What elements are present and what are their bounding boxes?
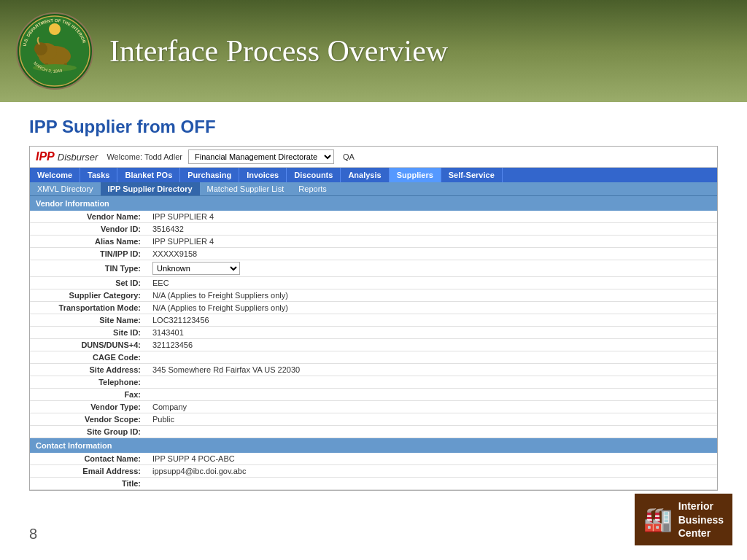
field-label-vendor-scope: Vendor Scope:: [30, 413, 147, 426]
field-label-site-name: Site Name:: [30, 314, 147, 327]
nav-invoices[interactable]: Invoices: [239, 168, 287, 182]
field-value-site-name: LOC321123456: [147, 314, 717, 327]
field-label-cage-code: CAGE Code:: [30, 351, 147, 364]
ibc-text: Interior Business Center: [678, 499, 724, 540]
field-label-site-address: Site Address:: [30, 364, 147, 376]
field-value-contact-name: IPP SUPP 4 POC-ABC: [147, 453, 717, 465]
field-value-tin-ipp-id: XXXXX9158: [147, 248, 717, 260]
ibc-logo: 🏭 Interior Business Center: [635, 494, 732, 545]
field-label-vendor-id: Vendor ID:: [30, 223, 147, 236]
subnav-xmvl[interactable]: XMVL Directory: [30, 182, 101, 195]
field-label-set-id: Set ID:: [30, 277, 147, 289]
field-label-fax: Fax:: [30, 389, 147, 401]
field-label-tin-type: TIN Type:: [30, 260, 147, 277]
directorate-dropdown[interactable]: Financial Management Directorate: [188, 149, 334, 164]
field-value-duns: 321123456: [147, 339, 717, 351]
field-label-tin-ipp-id: TIN/IPP ID:: [30, 248, 147, 260]
field-label-vendor-type: Vendor Type:: [30, 401, 147, 413]
nav-tasks[interactable]: Tasks: [80, 168, 117, 182]
field-value-telephone: [147, 376, 717, 389]
contact-section-header: Contact Information: [30, 438, 717, 453]
ipp-logo-ipp: IPP: [36, 150, 55, 163]
ipp-logo: IPP Disburser: [36, 150, 98, 163]
field-value-vendor-id: 3516432: [147, 223, 717, 236]
table-row: Supplier Category: N/A (Applies to Freig…: [30, 289, 717, 302]
department-seal: U.S. DEPARTMENT OF THE INTERIOR MARCH 3,…: [15, 11, 95, 91]
welcome-text: Welcome: Todd Adler: [107, 152, 182, 161]
table-row: Site ID: 3143401: [30, 327, 717, 339]
field-value-vendor-scope: Public: [147, 413, 717, 426]
svg-point-9: [49, 23, 61, 35]
field-value-supplier-category: N/A (Applies to Freight Suppliers only): [147, 289, 717, 302]
table-row: Vendor Name: IPP SUPPLIER 4: [30, 211, 717, 223]
field-value-vendor-name: IPP SUPPLIER 4: [147, 211, 717, 223]
nav-welcome[interactable]: Welcome: [30, 168, 80, 182]
table-row: Site Name: LOC321123456: [30, 314, 717, 327]
table-row: Vendor Scope: Public: [30, 413, 717, 426]
nav-discounts[interactable]: Discounts: [287, 168, 341, 182]
ipp-subnav: XMVL Directory IPP Supplier Directory Ma…: [30, 182, 717, 196]
field-label-alias-name: Alias Name:: [30, 236, 147, 248]
table-row: DUNS/DUNS+4: 321123456: [30, 339, 717, 351]
ipp-navbar: Welcome Tasks Blanket POs Purchasing Inv…: [30, 168, 717, 182]
field-label-site-id: Site ID:: [30, 327, 147, 339]
nav-purchasing[interactable]: Purchasing: [180, 168, 239, 182]
page-title: Interface Process Overview: [109, 34, 448, 69]
vendor-form-table: Vendor Name: IPP SUPPLIER 4 Vendor ID: 3…: [30, 211, 717, 438]
field-value-tin-type: Unknown: [147, 260, 717, 277]
table-row: Alias Name: IPP SUPPLIER 4: [30, 236, 717, 248]
svg-point-4: [34, 42, 47, 55]
table-row: Telephone:: [30, 376, 717, 389]
field-value-site-address: 345 Somewhere Rd Fairfax VA US 22030: [147, 364, 717, 376]
field-value-email-address: ippsupp4@ibc.doi.gov.abc: [147, 465, 717, 478]
field-value-transportation-mode: N/A (Applies to Freight Suppliers only): [147, 302, 717, 314]
field-value-cage-code: [147, 351, 717, 364]
table-row: Set ID: EEC: [30, 277, 717, 289]
page-number: 8: [29, 526, 37, 542]
field-label-site-group-id: Site Group ID:: [30, 426, 147, 438]
table-row: TIN/IPP ID: XXXXX9158: [30, 248, 717, 260]
field-label-telephone: Telephone:: [30, 376, 147, 389]
table-row: Contact Name: IPP SUPP 4 POC-ABC: [30, 453, 717, 465]
field-label-vendor-name: Vendor Name:: [30, 211, 147, 223]
table-row: Email Address: ippsupp4@ibc.doi.gov.abc: [30, 465, 717, 478]
contact-form-table: Contact Name: IPP SUPP 4 POC-ABC Email A…: [30, 453, 717, 490]
table-row: CAGE Code:: [30, 351, 717, 364]
table-row: Title:: [30, 478, 717, 490]
nav-self-service[interactable]: Self-Service: [441, 168, 503, 182]
subnav-matched-supplier[interactable]: Matched Supplier List: [200, 182, 292, 195]
nav-analysis[interactable]: Analysis: [341, 168, 389, 182]
table-row: TIN Type: Unknown: [30, 260, 717, 277]
field-label-transportation-mode: Transportation Mode:: [30, 302, 147, 314]
ipp-topbar: IPP Disburser Welcome: Todd Adler Financ…: [30, 147, 717, 168]
field-label-duns: DUNS/DUNS+4:: [30, 339, 147, 351]
main-content: IPP Supplier from OFF IPP Disburser Welc…: [0, 102, 747, 560]
table-row: Site Address: 345 Somewhere Rd Fairfax V…: [30, 364, 717, 376]
field-value-fax: [147, 389, 717, 401]
subnav-reports[interactable]: Reports: [291, 182, 334, 195]
table-row: Vendor ID: 3516432: [30, 223, 717, 236]
ipp-application: IPP Disburser Welcome: Todd Adler Financ…: [29, 146, 718, 491]
subnav-ipp-supplier-directory[interactable]: IPP Supplier Directory: [101, 182, 200, 195]
field-label-email-address: Email Address:: [30, 465, 147, 478]
field-label-title: Title:: [30, 478, 147, 490]
field-value-site-group-id: [147, 426, 717, 438]
field-value-title: [147, 478, 717, 490]
field-value-alias-name: IPP SUPPLIER 4: [147, 236, 717, 248]
vendor-section-header: Vendor Information: [30, 196, 717, 211]
table-row: Vendor Type: Company: [30, 401, 717, 413]
ibc-lion-icon: 🏭: [643, 505, 673, 535]
page-subtitle: IPP Supplier from OFF: [29, 117, 718, 137]
field-value-set-id: EEC: [147, 277, 717, 289]
field-label-contact-name: Contact Name:: [30, 453, 147, 465]
nav-suppliers[interactable]: Suppliers: [390, 168, 441, 182]
tin-type-dropdown[interactable]: Unknown: [152, 262, 240, 275]
field-value-site-id: 3143401: [147, 327, 717, 339]
qa-label: QA: [343, 152, 355, 161]
nav-blanket-pos[interactable]: Blanket POs: [117, 168, 180, 182]
header: U.S. DEPARTMENT OF THE INTERIOR MARCH 3,…: [0, 0, 747, 102]
field-label-supplier-category: Supplier Category:: [30, 289, 147, 302]
table-row: Fax:: [30, 389, 717, 401]
field-value-vendor-type: Company: [147, 401, 717, 413]
table-row: Site Group ID:: [30, 426, 717, 438]
